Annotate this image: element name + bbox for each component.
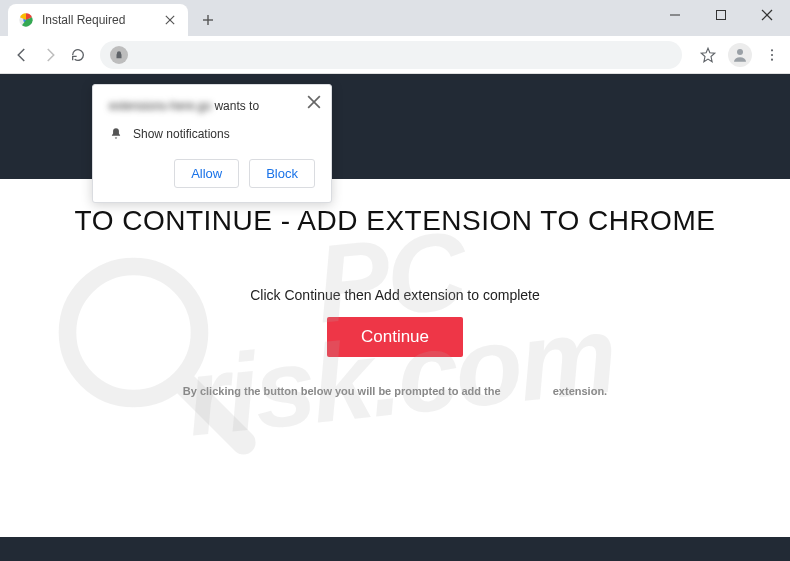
kebab-menu-icon[interactable] bbox=[762, 45, 782, 65]
svg-point-13 bbox=[771, 58, 773, 60]
close-window-button[interactable] bbox=[744, 0, 790, 30]
close-icon[interactable] bbox=[307, 95, 321, 109]
permission-actions: Allow Block bbox=[109, 159, 315, 188]
lock-icon[interactable] bbox=[110, 46, 128, 64]
tab-title: Install Required bbox=[42, 13, 125, 27]
page-content: PC risk.com TO CONTINUE - ADD EXTENSION … bbox=[0, 74, 790, 561]
minimize-button[interactable] bbox=[652, 0, 698, 30]
svg-rect-1 bbox=[717, 11, 726, 20]
permission-label: Show notifications bbox=[133, 127, 230, 141]
reload-button[interactable] bbox=[64, 41, 92, 69]
bell-icon bbox=[109, 127, 123, 141]
forward-button[interactable] bbox=[36, 41, 64, 69]
window-controls bbox=[652, 0, 790, 30]
profile-avatar-icon[interactable] bbox=[728, 43, 752, 67]
legal-suffix: extension. bbox=[553, 385, 607, 397]
new-tab-button[interactable] bbox=[194, 6, 222, 34]
permission-origin-domain: extensions-here.go bbox=[109, 99, 211, 113]
svg-point-12 bbox=[771, 53, 773, 55]
back-button[interactable] bbox=[8, 41, 36, 69]
svg-point-11 bbox=[771, 49, 773, 51]
footer-dark-band bbox=[0, 537, 790, 561]
legal-text: By clicking the button below you will be… bbox=[0, 385, 790, 397]
allow-button[interactable]: Allow bbox=[174, 159, 239, 188]
toolbar bbox=[0, 36, 790, 74]
permission-wants-to: wants to bbox=[214, 99, 259, 113]
permission-item: Show notifications bbox=[109, 127, 315, 141]
toolbar-right bbox=[698, 43, 782, 67]
notification-permission-dialog: extensions-here.go wants to Show notific… bbox=[92, 84, 332, 203]
tab-close-icon[interactable] bbox=[162, 12, 178, 28]
permission-origin: extensions-here.go wants to bbox=[109, 99, 315, 113]
watermark-magnifier-icon bbox=[40, 239, 260, 459]
maximize-button[interactable] bbox=[698, 0, 744, 30]
page-headline: TO CONTINUE - ADD EXTENSION TO CHROME bbox=[0, 205, 790, 237]
tab-favicon-icon bbox=[18, 12, 34, 28]
page-subtext: Click Continue then Add extension to com… bbox=[0, 287, 790, 303]
legal-prefix: By clicking the button below you will be… bbox=[183, 385, 501, 397]
browser-tab[interactable]: Install Required bbox=[8, 4, 188, 36]
svg-point-10 bbox=[737, 49, 743, 55]
continue-button[interactable]: Continue bbox=[327, 317, 463, 357]
address-bar[interactable] bbox=[100, 41, 682, 69]
block-button[interactable]: Block bbox=[249, 159, 315, 188]
bookmark-star-icon[interactable] bbox=[698, 45, 718, 65]
